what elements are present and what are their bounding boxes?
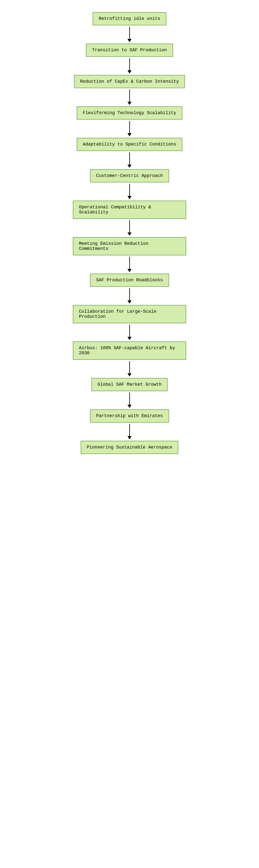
adaptability-specific-conditions: Adaptability to Specific Conditions — [77, 138, 182, 151]
arrow-line — [129, 152, 130, 164]
arrow-head — [127, 436, 132, 439]
arrow-head — [127, 232, 132, 236]
partnership-with-emirates: Partnership with Emirates — [90, 409, 169, 423]
arrow-head — [127, 405, 132, 408]
operational-compatibility: Operational Compatibility & Scalability — [73, 200, 186, 219]
arrow-line — [129, 184, 130, 196]
arrow-line — [129, 58, 130, 70]
arrow-line — [129, 393, 130, 405]
arrow-connector-4 — [127, 151, 132, 169]
arrow-head — [127, 196, 132, 199]
arrow-line — [129, 121, 130, 133]
arrow-connector-10 — [127, 360, 132, 378]
arrow-line — [129, 325, 130, 337]
arrow-connector-7 — [127, 255, 132, 274]
arrow-line — [129, 288, 130, 300]
arrow-connector-11 — [127, 391, 132, 409]
arrow-head — [127, 70, 132, 73]
arrow-line — [129, 361, 130, 373]
arrow-head — [127, 269, 132, 272]
arrow-head — [127, 337, 132, 340]
arrow-connector-5 — [127, 182, 132, 200]
customer-centric-approach: Customer-Centric Approach — [90, 169, 169, 182]
arrow-connector-0 — [127, 25, 132, 43]
arrow-connector-12 — [127, 423, 132, 441]
global-saf-market-growth: Global SAF Market Growth — [91, 378, 168, 391]
arrow-head — [127, 164, 132, 168]
arrow-head — [127, 300, 132, 304]
pioneering-sustainable-aerospace: Pioneering Sustainable Aerospace — [81, 441, 178, 454]
saf-production-roadblocks: SAF Production Roadblocks — [90, 274, 169, 287]
arrow-line — [129, 27, 130, 39]
arrow-connector-3 — [127, 120, 132, 138]
arrow-line — [129, 90, 130, 102]
reduction-of-capex: Reduction of CapEx & Carbon Intensity — [74, 75, 185, 88]
meeting-emission-reduction: Meeting Emission Reduction Commitments — [73, 237, 186, 255]
arrow-connector-1 — [127, 57, 132, 75]
arrow-connector-2 — [127, 88, 132, 106]
retrofitting-idle-units: Retrofitting idle units — [93, 12, 166, 25]
arrow-line — [129, 220, 130, 232]
arrow-connector-6 — [127, 219, 132, 237]
arrow-connector-8 — [127, 287, 132, 305]
arrow-head — [127, 39, 132, 42]
arrow-head — [127, 102, 132, 105]
flowchart-container: Retrofitting idle unitsTransition to SAF… — [65, 0, 194, 868]
arrow-line — [129, 257, 130, 269]
arrow-connector-9 — [127, 323, 132, 341]
collaboration-large-scale: Collaboration for Large-Scale Production — [73, 305, 186, 323]
arrow-head — [127, 373, 132, 376]
airbus-saf-aircraft: Airbus: 100% SAF-capable Aircraft by 203… — [73, 341, 186, 360]
flexiforming-technology: Flexiforming Technology Scalability — [77, 106, 182, 120]
arrow-head — [127, 133, 132, 136]
arrow-line — [129, 424, 130, 436]
transition-to-saf-production: Transition to SAF Production — [86, 43, 173, 57]
